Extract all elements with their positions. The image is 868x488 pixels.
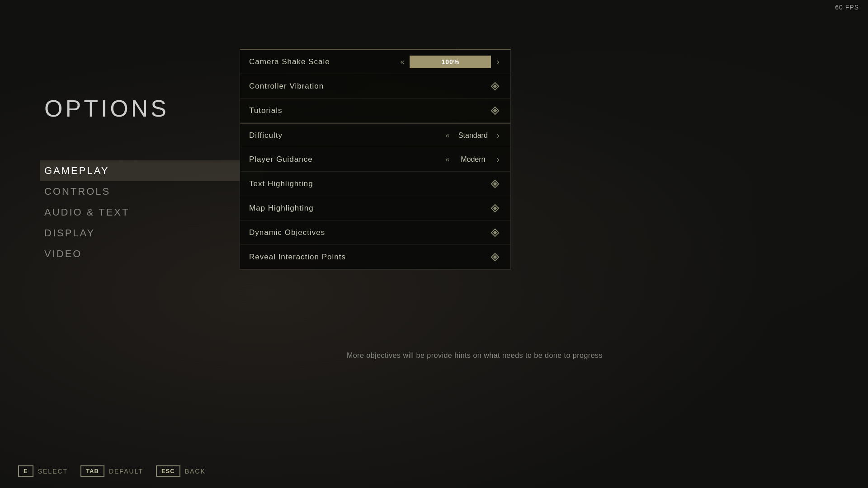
row-text-highlighting[interactable]: Text Highlighting — [240, 172, 510, 196]
control-dynamic-objectives — [489, 226, 501, 239]
key-e: E — [18, 465, 33, 477]
player-guidance-increase-btn[interactable] — [495, 152, 501, 166]
label-controller-vibration: Controller Vibration — [249, 82, 324, 91]
row-camera-shake-scale[interactable]: Camera Shake Scale 100% — [240, 50, 510, 74]
label-dynamic-objectives: Dynamic Objectives — [249, 228, 325, 237]
label-select: SELECT — [38, 468, 68, 475]
sidebar-item-video[interactable]: VIDEO — [44, 244, 263, 264]
reveal-interaction-points-toggle[interactable] — [489, 251, 501, 263]
settings-panel: Camera Shake Scale 100% Controller Vibra… — [240, 49, 511, 270]
sidebar-item-gameplay[interactable]: GAMEPLAY — [40, 160, 263, 181]
difficulty-decrease-btn[interactable] — [443, 130, 451, 141]
row-reveal-interaction-points[interactable]: Reveal Interaction Points — [240, 245, 510, 269]
control-select: E SELECT — [18, 465, 68, 477]
player-guidance-decrease-btn[interactable] — [443, 154, 451, 165]
svg-marker-7 — [493, 206, 497, 210]
help-text: More objectives will be provide hints on… — [240, 350, 710, 361]
row-map-highlighting[interactable]: Map Highlighting — [240, 196, 510, 221]
sidebar-item-controls[interactable]: CONTROLS — [44, 181, 263, 202]
control-player-guidance: Modern — [443, 152, 501, 166]
key-tab: TAB — [80, 465, 104, 477]
nav-menu: GAMEPLAY CONTROLS AUDIO & TEXT DISPLAY V… — [44, 160, 263, 264]
row-difficulty[interactable]: Difficulty Standard — [240, 123, 510, 147]
control-controller-vibration — [489, 80, 501, 93]
row-dynamic-objectives[interactable]: Dynamic Objectives — [240, 221, 510, 245]
label-default: DEFAULT — [109, 468, 143, 475]
page-title: OPTIONS — [44, 95, 169, 122]
label-camera-shake-scale: Camera Shake Scale — [249, 57, 330, 66]
difficulty-value: Standard — [455, 131, 491, 140]
tutorials-toggle[interactable] — [489, 104, 501, 117]
label-back: BACK — [185, 468, 206, 475]
control-text-highlighting — [489, 178, 501, 190]
text-highlighting-toggle[interactable] — [489, 178, 501, 190]
label-reveal-interaction-points: Reveal Interaction Points — [249, 253, 346, 262]
camera-shake-increase-btn[interactable] — [495, 55, 501, 69]
key-esc: ESC — [156, 465, 180, 477]
svg-marker-3 — [493, 108, 497, 113]
control-camera-shake-scale: 100% — [398, 55, 501, 69]
camera-shake-value: 100% — [410, 58, 491, 66]
difficulty-increase-btn[interactable] — [495, 128, 501, 142]
row-controller-vibration[interactable]: Controller Vibration — [240, 74, 510, 99]
label-player-guidance: Player Guidance — [249, 155, 313, 164]
control-difficulty: Standard — [443, 128, 501, 142]
svg-marker-1 — [493, 84, 497, 88]
map-highlighting-toggle[interactable] — [489, 202, 501, 215]
label-text-highlighting: Text Highlighting — [249, 179, 313, 188]
camera-shake-slider[interactable]: 100% — [410, 56, 491, 68]
svg-marker-5 — [493, 182, 497, 186]
control-back: ESC BACK — [156, 465, 206, 477]
sidebar-item-audio-text[interactable]: AUDIO & TEXT — [44, 202, 263, 223]
control-map-highlighting — [489, 202, 501, 215]
label-difficulty: Difficulty — [249, 131, 283, 140]
controller-vibration-toggle[interactable] — [489, 80, 501, 93]
svg-marker-9 — [493, 230, 497, 235]
row-player-guidance[interactable]: Player Guidance Modern — [240, 147, 510, 172]
svg-marker-11 — [493, 255, 497, 259]
control-default: TAB DEFAULT — [80, 465, 143, 477]
dynamic-objectives-toggle[interactable] — [489, 226, 501, 239]
sidebar-item-display[interactable]: DISPLAY — [44, 223, 263, 244]
camera-shake-decrease-btn[interactable] — [398, 56, 406, 68]
control-reveal-interaction-points — [489, 251, 501, 263]
row-tutorials[interactable]: Tutorials — [240, 99, 510, 123]
bottom-controls-bar: E SELECT TAB DEFAULT ESC BACK — [18, 465, 206, 477]
label-map-highlighting: Map Highlighting — [249, 204, 314, 213]
fps-counter: 60 FPS — [835, 4, 859, 11]
label-tutorials: Tutorials — [249, 106, 283, 115]
player-guidance-value: Modern — [455, 155, 491, 164]
control-tutorials — [489, 104, 501, 117]
